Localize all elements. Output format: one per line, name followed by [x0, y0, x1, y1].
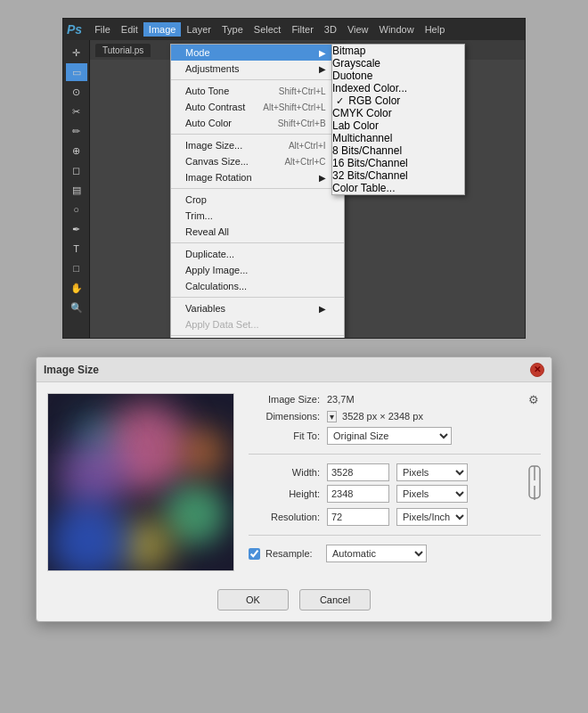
bokeh-cyan — [75, 412, 115, 452]
adjustments-arrow: ▶ — [319, 64, 326, 74]
fit-to-row: Fit To: Original Size Custom — [249, 427, 541, 445]
gear-icon[interactable]: ⚙ — [528, 393, 541, 406]
menu-help[interactable]: Help — [420, 22, 451, 37]
crop-tool[interactable]: ✂ — [66, 102, 87, 120]
pen-tool[interactable]: ✒ — [66, 220, 87, 238]
menu-item-calculations[interactable]: Calculations... — [171, 278, 344, 294]
mode-submenu: Bitmap Grayscale Duotone Indexed Color..… — [331, 44, 465, 195]
mode-duotone: Duotone — [332, 70, 464, 82]
mode-16bit[interactable]: 16 Bits/Channel — [332, 157, 464, 169]
bokeh-green — [164, 483, 226, 545]
menu-select[interactable]: Select — [249, 22, 287, 37]
brush-tool[interactable]: ✏ — [66, 122, 87, 140]
sep3 — [171, 188, 344, 189]
image-menu-dropdown: Mode ▶ Adjustments ▶ Auto Tone Shift+Ctr… — [170, 44, 345, 339]
menu-item-canvas-size[interactable]: Canvas Size... Alt+Ctrl+C — [171, 153, 344, 169]
resample-row: Resample: Automatic Preserve Details Bic… — [249, 545, 541, 562]
mode-indexed[interactable]: Indexed Color... — [332, 82, 464, 94]
image-size-dialog: Image Size ✕ Image Size: 23,7M ⚙ — [36, 356, 552, 622]
wh-inputs: Width: Pixels Inches cm Height: Pi — [249, 463, 525, 503]
dialog-controls: Image Size: 23,7M ⚙ Dimensions: ▾ 3528 p… — [249, 393, 541, 571]
mode-grayscale: Grayscale — [332, 57, 464, 70]
menu-item-image-size[interactable]: Image Size... Alt+Ctrl+I — [171, 137, 344, 153]
resample-checkbox[interactable] — [249, 548, 260, 560]
menu-item-crop[interactable]: Crop — [171, 192, 344, 208]
menu-window[interactable]: Window — [374, 22, 420, 37]
mode-cmyk[interactable]: CMYK Color — [332, 107, 464, 119]
width-height-group: Width: Pixels Inches cm Height: Pi — [249, 463, 541, 503]
menu-file[interactable]: File — [89, 22, 116, 37]
menu-item-duplicate[interactable]: Duplicate... — [171, 246, 344, 262]
gradient-tool[interactable]: ▤ — [66, 181, 87, 199]
resample-separator — [249, 535, 541, 536]
menu-image[interactable]: Image — [143, 22, 182, 37]
text-tool[interactable]: T — [66, 240, 87, 258]
image-menu-popup: Mode ▶ Adjustments ▶ Auto Tone Shift+Ctr… — [170, 44, 345, 339]
bokeh-blue — [48, 501, 128, 570]
document-tab[interactable]: Tutorial.ps — [95, 44, 151, 57]
menu-filter[interactable]: Filter — [286, 22, 318, 37]
menu-item-auto-color[interactable]: Auto Color Shift+Ctrl+B — [171, 115, 344, 131]
resolution-input[interactable] — [327, 508, 389, 526]
resample-checkbox-row: Resample: — [249, 548, 319, 560]
shape-tool[interactable]: □ — [66, 259, 87, 277]
height-label: Height: — [249, 488, 320, 499]
mode-rgb[interactable]: ✓ RGB Color — [332, 94, 464, 107]
mode-32bit[interactable]: 32 Bits/Channel — [332, 169, 464, 182]
dialog-body: Image Size: 23,7M ⚙ Dimensions: ▾ 3528 p… — [37, 382, 551, 582]
mode-8bit[interactable]: 8 Bits/Channel — [332, 144, 464, 157]
dodge-tool[interactable]: ○ — [66, 201, 87, 218]
dialog-titlebar: Image Size ✕ — [37, 357, 551, 382]
hand-tool[interactable]: ✋ — [66, 279, 87, 297]
fit-to-label: Fit To: — [249, 430, 320, 441]
menu-view[interactable]: View — [342, 22, 374, 37]
mode-arrow: ▶ — [319, 48, 326, 58]
resolution-unit-select[interactable]: Pixels/Inch Pixels/cm — [396, 508, 468, 526]
menu-item-auto-contrast[interactable]: Auto Contrast Alt+Shift+Ctrl+L — [171, 99, 344, 115]
ok-button[interactable]: OK — [217, 589, 289, 611]
select-tool[interactable]: ▭ — [66, 63, 87, 81]
menu-layer[interactable]: Layer — [181, 22, 216, 37]
menu-3d[interactable]: 3D — [319, 22, 342, 37]
height-input[interactable] — [327, 485, 389, 503]
menu-item-apply-data: Apply Data Set... — [171, 316, 344, 332]
dimensions-toggle[interactable]: ▾ — [327, 411, 337, 422]
mode-multichannel[interactable]: Multichannel — [332, 132, 464, 144]
menu-item-trim[interactable]: Trim... — [171, 208, 344, 224]
stamp-tool[interactable]: ⊕ — [66, 142, 87, 160]
lasso-tool[interactable]: ⊙ — [66, 83, 87, 101]
rotation-arrow: ▶ — [319, 173, 326, 183]
menu-item-adjustments[interactable]: Adjustments ▶ — [171, 61, 344, 77]
dialog-close-button[interactable]: ✕ — [530, 363, 544, 377]
bokeh-orange — [182, 430, 226, 474]
mode-color-table[interactable]: Color Table... — [332, 182, 464, 194]
zoom-tool[interactable]: 🔍 — [66, 299, 87, 316]
menu-item-variables[interactable]: Variables ▶ — [171, 300, 344, 316]
move-tool[interactable]: ✛ — [66, 44, 87, 61]
sep6 — [171, 335, 344, 336]
menu-item-mode[interactable]: Mode ▶ — [171, 45, 344, 61]
sep4 — [171, 242, 344, 243]
cancel-button[interactable]: Cancel — [299, 589, 371, 611]
menu-item-reveal-all[interactable]: Reveal All — [171, 224, 344, 240]
eraser-tool[interactable]: ◻ — [66, 161, 87, 179]
image-preview — [47, 393, 234, 571]
menu-item-image-rotation[interactable]: Image Rotation ▶ — [171, 169, 344, 185]
chain-link-icon — [528, 464, 541, 502]
mode-lab[interactable]: Lab Color — [332, 119, 464, 132]
width-input[interactable] — [327, 463, 389, 481]
image-size-label: Image Size: — [249, 394, 320, 405]
resample-select[interactable]: Automatic Preserve Details Bicubic Smoot… — [326, 545, 427, 562]
dialog-footer: OK Cancel — [37, 582, 551, 621]
menu-edit[interactable]: Edit — [116, 22, 143, 37]
sep1 — [171, 79, 344, 80]
menu-item-apply-image[interactable]: Apply Image... — [171, 262, 344, 278]
height-unit-select[interactable]: Pixels Inches cm — [396, 485, 468, 503]
controls-separator — [249, 454, 541, 455]
variables-arrow: ▶ — [319, 304, 326, 314]
dimensions-label: Dimensions: — [249, 411, 320, 422]
fit-to-select[interactable]: Original Size Custom — [327, 427, 452, 445]
menu-item-auto-tone[interactable]: Auto Tone Shift+Ctrl+L — [171, 83, 344, 99]
width-unit-select[interactable]: Pixels Inches cm — [396, 463, 468, 481]
menu-type[interactable]: Type — [216, 22, 249, 37]
